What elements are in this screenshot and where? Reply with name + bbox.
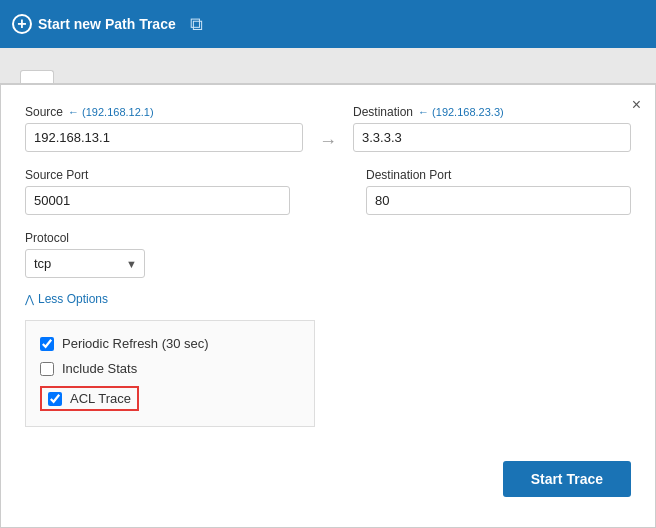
destination-label: Destination ← (192.168.23.3) (353, 105, 631, 119)
option-acl-trace: ACL Trace (40, 381, 300, 416)
protocol-group: Protocol tcp udp icmp any ▼ (25, 231, 631, 278)
acl-trace-checkbox[interactable] (48, 392, 62, 406)
source-port-label: Source Port (25, 168, 290, 182)
source-label: Source ← (192.168.12.1) (25, 105, 303, 119)
start-trace-button[interactable]: Start Trace (503, 461, 631, 497)
include-stats-label: Include Stats (62, 361, 137, 376)
protocol-label: Protocol (25, 231, 631, 245)
destination-group: Destination ← (192.168.23.3) (353, 105, 631, 152)
source-port-group: Source Port (25, 168, 290, 215)
acl-trace-label: ACL Trace (70, 391, 131, 406)
less-options-link[interactable]: ⋀ Less Options (25, 292, 631, 306)
plus-icon: + (12, 14, 32, 34)
source-hint: ← (192.168.12.1) (68, 106, 154, 118)
close-button[interactable]: × (632, 97, 641, 113)
destination-hint: ← (192.168.23.3) (418, 106, 504, 118)
new-path-trace-button[interactable]: + Start new Path Trace (12, 14, 176, 34)
source-destination-row: Source ← (192.168.12.1) → Destination ← … (25, 105, 631, 152)
port-row: Source Port Destination Port (25, 168, 631, 215)
periodic-refresh-label: Periodic Refresh (30 sec) (62, 336, 209, 351)
protocol-select[interactable]: tcp udp icmp any (25, 249, 145, 278)
topbar-label: Start new Path Trace (38, 16, 176, 32)
arrow-connector: → (319, 105, 337, 152)
less-options-label: Less Options (38, 292, 108, 306)
options-panel: Periodic Refresh (30 sec) Include Stats … (25, 320, 315, 427)
tab-trace[interactable] (20, 70, 54, 83)
source-input[interactable] (25, 123, 303, 152)
protocol-select-wrap: tcp udp icmp any ▼ (25, 249, 145, 278)
option-include-stats: Include Stats (40, 356, 300, 381)
destination-port-label: Destination Port (366, 168, 631, 182)
source-port-input[interactable] (25, 186, 290, 215)
destination-input[interactable] (353, 123, 631, 152)
tab-area (0, 48, 656, 84)
destination-port-group: Destination Port (366, 168, 631, 215)
source-group: Source ← (192.168.12.1) (25, 105, 303, 152)
copy-icon[interactable]: ⧉ (190, 14, 203, 35)
destination-port-input[interactable] (366, 186, 631, 215)
option-periodic-refresh: Periodic Refresh (30 sec) (40, 331, 300, 356)
periodic-refresh-checkbox[interactable] (40, 337, 54, 351)
chevron-up-icon: ⋀ (25, 293, 34, 306)
dialog-panel: × Source ← (192.168.12.1) → Destination … (0, 84, 656, 528)
topbar: + Start new Path Trace ⧉ (0, 0, 656, 48)
include-stats-checkbox[interactable] (40, 362, 54, 376)
acl-trace-highlighted-row: ACL Trace (40, 386, 139, 411)
